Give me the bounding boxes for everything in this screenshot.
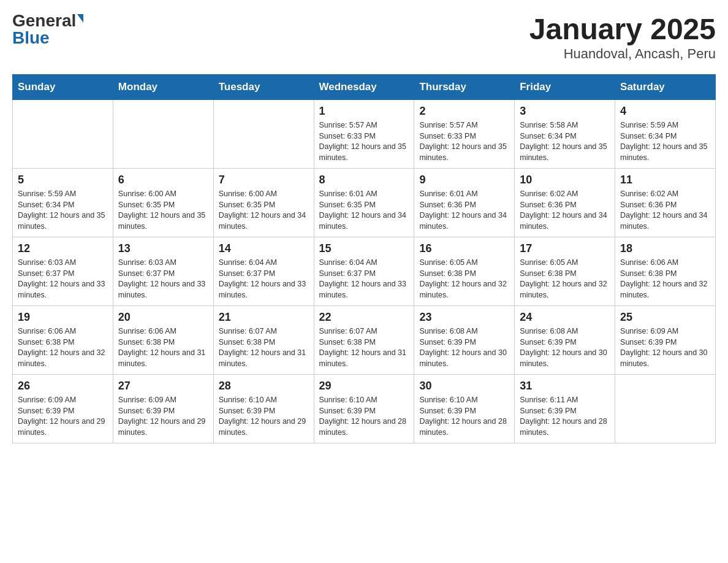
- day-number: 11: [620, 174, 710, 186]
- day-number: 7: [219, 174, 309, 186]
- calendar-cell: 12Sunrise: 6:03 AM Sunset: 6:37 PM Dayli…: [13, 237, 113, 306]
- day-number: 17: [520, 242, 610, 255]
- calendar-cell: 15Sunrise: 6:04 AM Sunset: 6:37 PM Dayli…: [314, 237, 414, 306]
- day-info: Sunrise: 6:02 AM Sunset: 6:36 PM Dayligh…: [620, 189, 710, 232]
- header-day-wednesday: Wednesday: [314, 75, 414, 100]
- calendar-cell: 31Sunrise: 6:11 AM Sunset: 6:39 PM Dayli…: [515, 375, 615, 443]
- calendar-cell: [213, 100, 314, 169]
- day-number: 26: [18, 380, 108, 393]
- calendar-cell: 8Sunrise: 6:01 AM Sunset: 6:35 PM Daylig…: [314, 169, 414, 237]
- header-day-sunday: Sunday: [13, 75, 113, 100]
- day-number: 19: [18, 311, 108, 324]
- day-info: Sunrise: 6:08 AM Sunset: 6:39 PM Dayligh…: [520, 326, 610, 369]
- day-number: 2: [419, 105, 509, 118]
- calendar-cell: 3Sunrise: 5:58 AM Sunset: 6:34 PM Daylig…: [515, 100, 615, 169]
- day-number: 31: [520, 380, 610, 393]
- day-number: 8: [319, 174, 409, 186]
- day-number: 10: [520, 174, 610, 186]
- header-day-tuesday: Tuesday: [213, 75, 314, 100]
- calendar-cell: 24Sunrise: 6:08 AM Sunset: 6:39 PM Dayli…: [515, 306, 615, 375]
- day-number: 20: [118, 311, 208, 324]
- day-number: 29: [319, 380, 409, 393]
- calendar-cell: 2Sunrise: 5:57 AM Sunset: 6:33 PM Daylig…: [414, 100, 515, 169]
- day-info: Sunrise: 6:06 AM Sunset: 6:38 PM Dayligh…: [18, 326, 108, 369]
- logo-general-text: General: [12, 12, 76, 29]
- day-number: 23: [419, 311, 509, 324]
- week-row-1: 1Sunrise: 5:57 AM Sunset: 6:33 PM Daylig…: [13, 100, 716, 169]
- day-number: 4: [620, 105, 710, 118]
- day-number: 18: [620, 242, 710, 255]
- calendar-cell: 22Sunrise: 6:07 AM Sunset: 6:38 PM Dayli…: [314, 306, 414, 375]
- day-info: Sunrise: 6:01 AM Sunset: 6:35 PM Dayligh…: [319, 189, 409, 232]
- calendar-cell: 10Sunrise: 6:02 AM Sunset: 6:36 PM Dayli…: [515, 169, 615, 237]
- calendar-title: January 2025: [529, 12, 716, 46]
- calendar-cell: 28Sunrise: 6:10 AM Sunset: 6:39 PM Dayli…: [213, 375, 314, 443]
- calendar-cell: 17Sunrise: 6:05 AM Sunset: 6:38 PM Dayli…: [515, 237, 615, 306]
- day-info: Sunrise: 6:10 AM Sunset: 6:39 PM Dayligh…: [419, 395, 509, 438]
- calendar-cell: 21Sunrise: 6:07 AM Sunset: 6:38 PM Dayli…: [213, 306, 314, 375]
- day-info: Sunrise: 6:00 AM Sunset: 6:35 PM Dayligh…: [219, 189, 309, 232]
- day-info: Sunrise: 6:09 AM Sunset: 6:39 PM Dayligh…: [620, 326, 710, 369]
- day-number: 30: [419, 380, 509, 393]
- day-info: Sunrise: 6:10 AM Sunset: 6:39 PM Dayligh…: [219, 395, 309, 438]
- day-info: Sunrise: 6:06 AM Sunset: 6:38 PM Dayligh…: [620, 258, 710, 301]
- logo-triangle-icon: [77, 14, 83, 23]
- day-info: Sunrise: 6:09 AM Sunset: 6:39 PM Dayligh…: [118, 395, 208, 438]
- calendar-cell: [13, 100, 113, 169]
- day-info: Sunrise: 6:06 AM Sunset: 6:38 PM Dayligh…: [118, 326, 208, 369]
- day-number: 12: [18, 242, 108, 255]
- day-number: 3: [520, 105, 610, 118]
- calendar-cell: 16Sunrise: 6:05 AM Sunset: 6:38 PM Dayli…: [414, 237, 515, 306]
- calendar-cell: 19Sunrise: 6:06 AM Sunset: 6:38 PM Dayli…: [13, 306, 113, 375]
- day-number: 1: [319, 105, 409, 118]
- day-number: 27: [118, 380, 208, 393]
- title-block: January 2025 Huandoval, Ancash, Peru: [529, 12, 716, 62]
- day-number: 9: [419, 174, 509, 186]
- calendar-cell: 20Sunrise: 6:06 AM Sunset: 6:38 PM Dayli…: [113, 306, 213, 375]
- day-info: Sunrise: 6:05 AM Sunset: 6:38 PM Dayligh…: [520, 258, 610, 301]
- day-number: 6: [118, 174, 208, 186]
- calendar-cell: [615, 375, 716, 443]
- calendar-cell: 18Sunrise: 6:06 AM Sunset: 6:38 PM Dayli…: [615, 237, 716, 306]
- calendar-cell: 4Sunrise: 5:59 AM Sunset: 6:34 PM Daylig…: [615, 100, 716, 169]
- logo-blue-text: Blue: [12, 29, 50, 47]
- calendar-cell: 26Sunrise: 6:09 AM Sunset: 6:39 PM Dayli…: [13, 375, 113, 443]
- logo: General Blue: [12, 12, 83, 47]
- week-row-4: 19Sunrise: 6:06 AM Sunset: 6:38 PM Dayli…: [13, 306, 716, 375]
- week-row-3: 12Sunrise: 6:03 AM Sunset: 6:37 PM Dayli…: [13, 237, 716, 306]
- day-info: Sunrise: 6:02 AM Sunset: 6:36 PM Dayligh…: [520, 189, 610, 232]
- day-info: Sunrise: 5:57 AM Sunset: 6:33 PM Dayligh…: [419, 120, 509, 163]
- day-info: Sunrise: 6:11 AM Sunset: 6:39 PM Dayligh…: [520, 395, 610, 438]
- header-day-thursday: Thursday: [414, 75, 515, 100]
- day-info: Sunrise: 6:09 AM Sunset: 6:39 PM Dayligh…: [18, 395, 108, 438]
- day-info: Sunrise: 6:03 AM Sunset: 6:37 PM Dayligh…: [118, 258, 208, 301]
- day-info: Sunrise: 5:59 AM Sunset: 6:34 PM Dayligh…: [18, 189, 108, 232]
- day-info: Sunrise: 6:10 AM Sunset: 6:39 PM Dayligh…: [319, 395, 409, 438]
- header-day-saturday: Saturday: [615, 75, 716, 100]
- day-number: 13: [118, 242, 208, 255]
- header-row: SundayMondayTuesdayWednesdayThursdayFrid…: [13, 75, 716, 100]
- day-number: 21: [219, 311, 309, 324]
- day-number: 15: [319, 242, 409, 255]
- week-row-2: 5Sunrise: 5:59 AM Sunset: 6:34 PM Daylig…: [13, 169, 716, 237]
- day-info: Sunrise: 6:03 AM Sunset: 6:37 PM Dayligh…: [18, 258, 108, 301]
- header-day-monday: Monday: [113, 75, 213, 100]
- day-info: Sunrise: 6:01 AM Sunset: 6:36 PM Dayligh…: [419, 189, 509, 232]
- calendar-cell: 27Sunrise: 6:09 AM Sunset: 6:39 PM Dayli…: [113, 375, 213, 443]
- calendar-cell: 23Sunrise: 6:08 AM Sunset: 6:39 PM Dayli…: [414, 306, 515, 375]
- week-row-5: 26Sunrise: 6:09 AM Sunset: 6:39 PM Dayli…: [13, 375, 716, 443]
- day-info: Sunrise: 6:07 AM Sunset: 6:38 PM Dayligh…: [319, 326, 409, 369]
- day-number: 28: [219, 380, 309, 393]
- day-info: Sunrise: 5:57 AM Sunset: 6:33 PM Dayligh…: [319, 120, 409, 163]
- page-header: General Blue January 2025 Huandoval, Anc…: [12, 12, 716, 62]
- day-number: 25: [620, 311, 710, 324]
- calendar-cell: 7Sunrise: 6:00 AM Sunset: 6:35 PM Daylig…: [213, 169, 314, 237]
- calendar-cell: 11Sunrise: 6:02 AM Sunset: 6:36 PM Dayli…: [615, 169, 716, 237]
- calendar-subtitle: Huandoval, Ancash, Peru: [529, 46, 716, 62]
- calendar-cell: 5Sunrise: 5:59 AM Sunset: 6:34 PM Daylig…: [13, 169, 113, 237]
- calendar-cell: 13Sunrise: 6:03 AM Sunset: 6:37 PM Dayli…: [113, 237, 213, 306]
- calendar-cell: 25Sunrise: 6:09 AM Sunset: 6:39 PM Dayli…: [615, 306, 716, 375]
- day-info: Sunrise: 6:07 AM Sunset: 6:38 PM Dayligh…: [219, 326, 309, 369]
- day-info: Sunrise: 6:04 AM Sunset: 6:37 PM Dayligh…: [219, 258, 309, 301]
- calendar-cell: 1Sunrise: 5:57 AM Sunset: 6:33 PM Daylig…: [314, 100, 414, 169]
